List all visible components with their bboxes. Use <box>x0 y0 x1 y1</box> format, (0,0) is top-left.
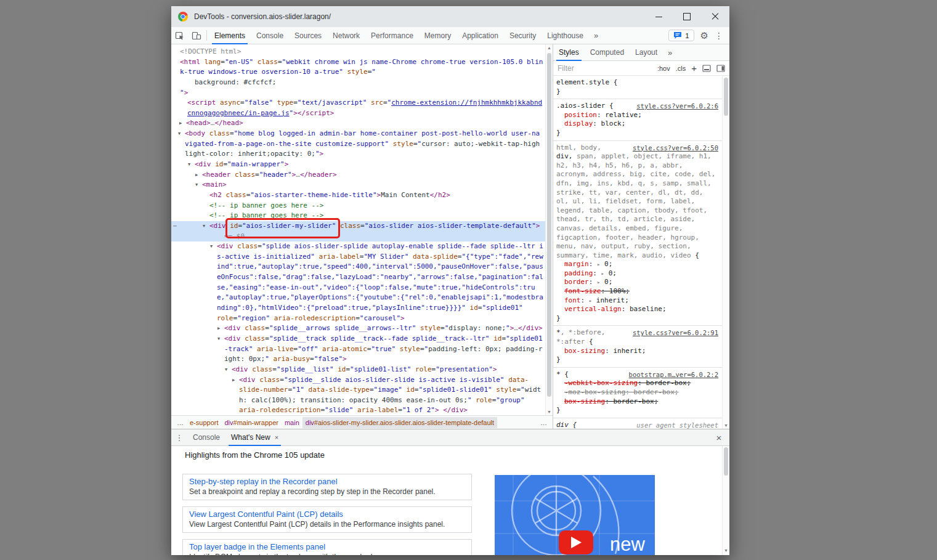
stylesheet-link[interactable]: style.css?ver=6.0.2:6 <box>636 102 718 111</box>
collapse-arrow-icon[interactable]: ▼ <box>225 367 227 373</box>
tab-memory[interactable]: Memory <box>419 27 456 44</box>
close-button[interactable] <box>701 6 729 27</box>
dom-node-line[interactable]: k-true windows-true osversion-10 a-true"… <box>171 67 545 78</box>
dom-node-line[interactable]: <h2 class="aios-starter-theme-hide-title… <box>171 190 545 201</box>
dom-node-line[interactable]: ight: 0px;" aria-busy="false"> <box>171 354 545 365</box>
dom-node-line[interactable]: <!-- ip banner goes here --> <box>171 201 545 211</box>
dom-node-line[interactable]: ind":true,"autoplay":true,"speed":400,"i… <box>171 262 545 272</box>
style-line[interactable]: border: ▸ 0; <box>556 278 718 287</box>
style-line[interactable]: } <box>556 314 718 323</box>
dom-node-line[interactable]: background: #cfcfcf; <box>171 78 545 88</box>
style-line[interactable]: strike, tt, var, center, dl, dt, dd, <box>556 189 718 198</box>
tab-sources[interactable]: Sources <box>289 27 327 44</box>
dom-node-line[interactable]: "> <box>171 88 545 99</box>
scroll-down-icon[interactable]: ▼ <box>546 410 553 414</box>
node-menu-icon[interactable]: ⋯ <box>173 221 176 232</box>
drawer-tab-console[interactable]: Console <box>187 429 225 445</box>
style-line[interactable]: } <box>556 406 718 415</box>
maximize-button[interactable] <box>673 6 701 27</box>
expand-arrow-icon[interactable]: ▶ <box>179 121 182 126</box>
style-line[interactable]: margin: ▸ 0; <box>556 260 718 269</box>
scroll-up-icon[interactable]: ▲ <box>546 46 553 50</box>
stylesheet-link[interactable]: bootstrap.m…ver=6.0.2:2 <box>629 370 718 379</box>
drawer-close-icon[interactable]: × <box>708 429 729 445</box>
style-line[interactable]: summary, time, mark, audio, video { <box>556 251 718 261</box>
style-line[interactable]: -webkit-box-sizing: border-box; <box>556 379 718 388</box>
scrollbar-thumb[interactable] <box>724 447 728 476</box>
dock-sidebar-icon[interactable] <box>716 65 725 72</box>
style-line[interactable]: } <box>556 129 718 138</box>
tab-close-icon[interactable]: × <box>275 434 278 441</box>
dom-node-line[interactable]: e,"autoplay":true,"playerOptions":{"yout… <box>171 293 545 303</box>
breadcrumb-item[interactable]: … <box>537 417 550 428</box>
dom-node-line[interactable]: ▼<main> <box>171 180 545 190</box>
style-line[interactable]: dfn, img, ins, kbd, q, s, samp, small, <box>556 179 718 189</box>
breadcrumb-item[interactable]: e-support <box>187 417 221 428</box>
dom-node-line[interactable]: ▼<body class="home blog logged-in admin-… <box>171 129 545 139</box>
collapse-arrow-icon[interactable]: ▼ <box>217 336 220 342</box>
dom-node-line[interactable]: ▼<div class="splide__list" id="splide01-… <box>171 365 545 375</box>
expand-arrow-icon[interactable]: ▶ <box>195 172 198 178</box>
dom-node-line[interactable]: eOnFocus":false,"drag":false,"lazyLoad":… <box>171 272 545 283</box>
toggle-class-button[interactable]: .cls <box>676 65 686 72</box>
sidebar-more-tabs-button[interactable]: » <box>663 44 677 60</box>
style-line[interactable]: box-sizing: border-box; <box>556 397 718 407</box>
style-line[interactable]: -moz-box-sizing: border-box; <box>556 388 718 397</box>
whatsnew-card-link[interactable]: Top layer badge in the Elements panel <box>189 542 465 551</box>
breadcrumb-item[interactable]: div#aios-slider-my-slider.aios-slider.ai… <box>302 417 497 428</box>
tab-performance[interactable]: Performance <box>365 27 419 44</box>
style-line[interactable]: *:after { <box>556 338 718 347</box>
breadcrumb-item[interactable]: main <box>282 417 302 428</box>
style-line[interactable]: h2, h3, h4, h5, h6, p, a, abbr, <box>556 161 718 171</box>
style-line[interactable]: figcaption, footer, header, hgroup, <box>556 233 718 243</box>
title-bar[interactable]: DevTools - conversion.aios-slider.larago… <box>171 6 729 27</box>
dom-node-line[interactable]: slide-number="1" data-slide-type="image"… <box>171 385 545 396</box>
tab-lighthouse[interactable]: Lighthouse <box>542 27 589 44</box>
dom-node-line[interactable]: ▼⋯<div id="aios-slider-my-slider" class=… <box>171 221 545 232</box>
dom-node-line[interactable]: role="region" aria-roledescription="caro… <box>171 314 545 324</box>
dom-node-line[interactable]: ▼<div class="splide aios-slider-splide a… <box>171 241 545 252</box>
expand-arrow-icon[interactable]: ▶ <box>232 378 235 383</box>
tab-security[interactable]: Security <box>504 27 542 44</box>
style-line[interactable]: legend, table, caption, tbody, tfoot, <box>556 206 718 216</box>
style-line[interactable]: box-sizing: inherit; <box>556 347 718 356</box>
style-line[interactable]: padding: ▸ 0; <box>556 269 718 278</box>
dom-node-line[interactable]: <!DOCTYPE html> <box>171 47 545 57</box>
dom-node-line[interactable]: ▶<head>…</head> <box>171 118 545 129</box>
issues-button[interactable]: 1 <box>668 30 694 41</box>
dom-node-line[interactable]: ▶<div class="splide__arrows splide__arro… <box>171 323 545 334</box>
settings-gear-icon[interactable]: ⚙ <box>700 30 708 41</box>
sidebar-tab-computed[interactable]: Computed <box>585 44 630 60</box>
dom-node-line[interactable]: h: calc(100%); transition: opacity 400ms… <box>171 396 545 406</box>
expand-arrow-icon[interactable]: ▶ <box>217 326 220 331</box>
dom-node-line[interactable]: cnnogagogbneec/in-page.js"></script> <box>171 108 545 119</box>
dom-node-line[interactable]: -track" aria-live="off" aria-atomic="tru… <box>171 344 545 355</box>
tab-network[interactable]: Network <box>327 27 365 44</box>
inspect-element-icon[interactable] <box>171 27 188 44</box>
elements-scrollbar[interactable]: ▲ ▼ <box>545 44 553 415</box>
dom-node-line[interactable]: vigated-from-a-page-on-the-site customiz… <box>171 139 545 150</box>
styles-filter-input[interactable]: Filter <box>558 64 652 73</box>
whatsnew-video-thumbnail[interactable]: new 105 <box>495 475 655 555</box>
dom-node-line[interactable]: ▶<div class="splide__slide aios-slider-s… <box>171 375 545 386</box>
collapse-arrow-icon[interactable]: ▼ <box>188 162 190 168</box>
dom-node-line[interactable]: s-active is-initialized" aria-label="MY … <box>171 252 545 262</box>
drawer-menu-icon[interactable]: ⋮ <box>171 429 187 445</box>
minimize-button[interactable] <box>644 6 673 27</box>
style-line[interactable]: thead, tr, th, td, article, aside, <box>556 215 718 224</box>
breadcrumb-item[interactable]: div#main-wrapper <box>221 417 281 428</box>
whatsnew-card-link[interactable]: View Largest Contentful Paint (LCP) deta… <box>189 509 465 519</box>
devtools-menu-icon[interactable]: ⋮ <box>715 31 723 41</box>
sidebar-tab-layout[interactable]: Layout <box>630 44 663 60</box>
dom-node-line[interactable]: ▼<div id="main-wrapper"> <box>171 160 545 170</box>
collapse-arrow-icon[interactable]: ▼ <box>210 244 213 250</box>
style-line[interactable]: vertical-align: baseline; <box>556 305 718 314</box>
scroll-down-icon[interactable]: ▼ <box>723 423 729 428</box>
dom-node-line[interactable]: se,"easing":"ease-in-out","video":{"loop… <box>171 283 545 293</box>
dom-node-line[interactable]: <!-- ip banner goes here --> <box>171 211 545 221</box>
tab-console[interactable]: Console <box>251 27 289 44</box>
tab-elements[interactable]: Elements <box>209 27 251 44</box>
dom-node-line[interactable]: aria-roledescription="slide" aria-label=… <box>171 405 545 415</box>
dom-node-line[interactable]: == $0 <box>171 232 545 242</box>
style-line[interactable]: menu, nav, output, ruby, section, <box>556 242 718 251</box>
